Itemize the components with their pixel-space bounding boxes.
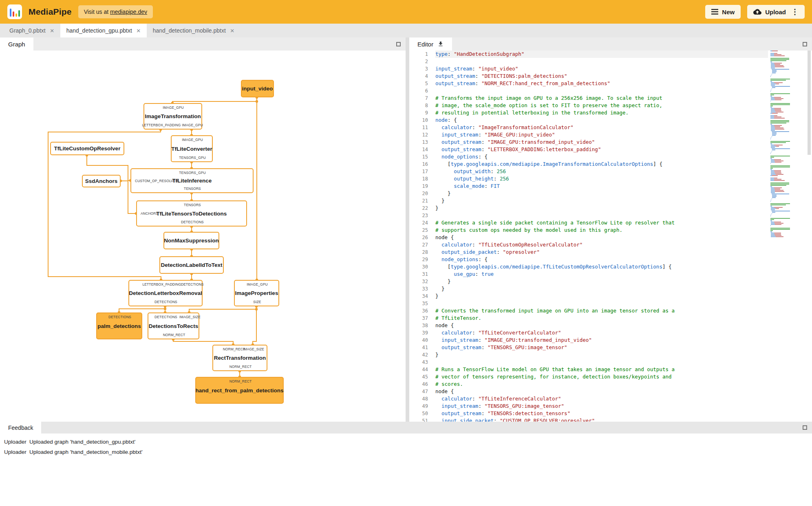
graph-node-DetectionsToRects[interactable]: DetectionsToRectsDETECTIONSIMAGE_SIZENOR… — [148, 312, 199, 339]
code-line: # Converts the transformed input image o… — [435, 307, 768, 315]
minimap-row — [770, 172, 806, 172]
node-title: hand_rect_from_palm_detections — [195, 387, 283, 394]
graph-node-SsdAnchors[interactable]: SsdAnchors — [82, 175, 121, 187]
line-number: 41 — [409, 344, 428, 351]
graph-node-NonMaxSuppression[interactable]: NonMaxSuppression — [163, 232, 219, 249]
port-label: DETECTIONS — [154, 300, 177, 304]
node-title: DetectionLabelIdToText — [161, 262, 222, 268]
minimap-row — [770, 203, 806, 204]
graph-node-ImageTransformation[interactable]: ImageTransformationIMAGE_GPULETTERBOX_PA… — [143, 103, 202, 130]
line-number: 51 — [409, 417, 428, 422]
code-line: # TfLiteTensor. — [435, 315, 768, 322]
minimap-row — [770, 202, 806, 203]
minimap-row — [770, 95, 806, 95]
graph-node-DetectionLabelIdToText[interactable]: DetectionLabelIdToText — [159, 256, 224, 274]
line-number: 19 — [409, 183, 428, 190]
minimap-row — [770, 194, 806, 194]
minimap-row — [770, 52, 806, 53]
graph-node-RectTransformation[interactable]: RectTransformationNORM_RECTIMAGE_SIZENOR… — [212, 345, 267, 371]
close-tab-icon[interactable]: × — [50, 27, 54, 34]
graph-edge — [173, 339, 233, 345]
line-number: 24 — [409, 219, 428, 227]
graph-node-DetectionLetterboxRemoval[interactable]: DetectionLetterboxRemovalLETTERBOX_PADDI… — [128, 280, 203, 306]
graph-tab[interactable]: Graph — [0, 37, 33, 51]
line-number: 50 — [409, 410, 428, 417]
graph-maximize-icon[interactable] — [396, 42, 401, 46]
code-line: calculator: "TfLiteInferenceCalculator" — [435, 395, 768, 403]
line-number: 13 — [409, 139, 428, 146]
download-icon[interactable] — [437, 41, 444, 47]
node-title: ImageTransformation — [145, 113, 201, 119]
close-tab-icon[interactable]: × — [137, 27, 141, 34]
file-tab-label: hand_detection_gpu.pbtxt — [66, 27, 132, 34]
minimap-row — [770, 90, 806, 90]
minimap-row — [770, 153, 806, 154]
minimap-row — [770, 219, 806, 220]
minimap-row — [770, 115, 806, 116]
file-tab-2[interactable]: hand_detection_mobile.pbtxt× — [147, 24, 241, 37]
minimap-row — [770, 84, 806, 84]
minimap-row — [770, 212, 806, 213]
port-label: LETTERBOX_PADDING — [142, 123, 181, 127]
upload-button[interactable]: Upload ⋮ — [747, 5, 805, 19]
feedback-panel-strip: Feedback — [0, 422, 812, 433]
feedback-maximize-icon[interactable] — [803, 425, 807, 430]
close-tab-icon[interactable]: × — [230, 27, 234, 34]
editor-tab-label: Editor — [417, 41, 433, 48]
mediapipe-link[interactable]: mediapipe.dev — [110, 9, 147, 15]
editor-minimap[interactable] — [770, 51, 806, 422]
code-line: input_side_packet: "CUSTOM_OP_RESOLVER:o… — [435, 417, 768, 422]
editor-scrollbar[interactable] — [806, 51, 812, 422]
new-button-label: New — [722, 9, 735, 15]
graph-node-TfLiteInference[interactable]: TfLiteInferenceTENSORS_GPUTENSORSCUSTOM_… — [130, 168, 254, 193]
minimap-row — [770, 101, 806, 101]
code-line: # Generates a single side packet contain… — [435, 219, 768, 227]
upload-kebab-icon[interactable]: ⋮ — [791, 7, 799, 16]
new-button[interactable]: New — [705, 5, 741, 19]
line-number: 47 — [409, 388, 428, 395]
editor-panel-strip: Editor — [409, 37, 812, 51]
line-number: 38 — [409, 322, 428, 329]
minimap-row — [770, 151, 806, 152]
code-editor[interactable]: type: "HandDetectionSubgraph" input_stre… — [435, 51, 768, 422]
line-number: 34 — [409, 293, 428, 300]
line-number: 18 — [409, 175, 428, 183]
line-number: 37 — [409, 315, 428, 322]
minimap-row — [770, 197, 806, 198]
graph-node-TfLiteCustomOpResolver[interactable]: TfLiteCustomOpResolver — [50, 142, 124, 155]
graph-node-palm_detections[interactable]: palm_detectionsDETECTIONS — [96, 312, 142, 339]
graph-canvas[interactable]: input_videoImageTransformationIMAGE_GPUL… — [0, 51, 406, 422]
graph-node-ImageProperties[interactable]: ImagePropertiesIMAGE_GPUSIZE — [234, 280, 279, 306]
scrollbar-thumb[interactable] — [808, 51, 811, 155]
minimap-row — [770, 134, 806, 134]
feedback-tab[interactable]: Feedback — [0, 422, 41, 433]
minimap-row — [770, 224, 806, 225]
port-label: IMAGE_GPU — [163, 106, 183, 110]
file-tab-1[interactable]: hand_detection_gpu.pbtxt× — [60, 24, 147, 37]
line-number: 1 — [409, 51, 428, 58]
node-title: RectTransformation — [214, 355, 266, 361]
graph-node-TfLiteConverter[interactable]: TfLiteConverterIMAGE_GPUTENSORS_GPU — [171, 135, 213, 162]
minimap-row — [770, 187, 806, 188]
file-tab-0[interactable]: Graph_0.pbtxt× — [3, 24, 60, 37]
minimap-row — [770, 92, 806, 93]
graph-node-input_video[interactable]: input_video — [241, 80, 274, 97]
minimap-row — [770, 179, 806, 180]
node-title: TfLiteInference — [172, 178, 212, 184]
line-number: 27 — [409, 241, 428, 249]
minimap-row — [770, 86, 806, 87]
editor-maximize-icon[interactable] — [803, 42, 807, 46]
minimap-row — [770, 216, 806, 216]
line-number: 29 — [409, 256, 428, 263]
graph-node-TfLiteTensorsToDetections[interactable]: TfLiteTensorsToDetectionsTENSORSDETECTIO… — [136, 200, 247, 227]
line-number: 25 — [409, 227, 428, 234]
code-line: node { — [435, 388, 768, 395]
minimap-row — [770, 154, 806, 155]
minimap-row — [770, 107, 806, 108]
graph-node-hand_rect_from_palm_detections[interactable]: hand_rect_from_palm_detectionsNORM_RECT — [195, 377, 284, 404]
minimap-row — [770, 113, 806, 114]
minimap-row — [770, 148, 806, 149]
editor-tab[interactable]: Editor — [409, 37, 452, 51]
code-line: } — [435, 190, 768, 197]
code-line: output_stream: "LETTERBOX_PADDING:letter… — [435, 146, 768, 153]
